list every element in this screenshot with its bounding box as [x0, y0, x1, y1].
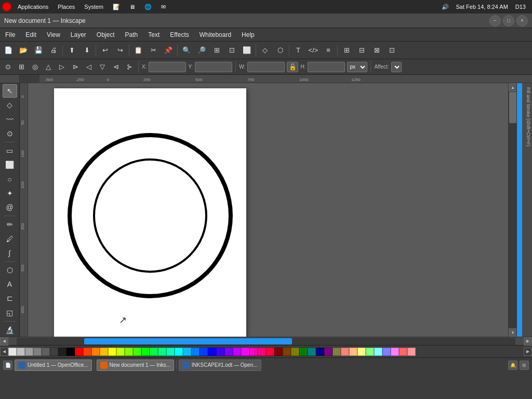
- color-swatch[interactable]: [125, 348, 133, 356]
- mail-btn[interactable]: ✉: [157, 3, 170, 11]
- spiral-tool-btn[interactable]: @: [3, 201, 17, 214]
- color-swatch[interactable]: [66, 348, 75, 356]
- horizontal-scrollbar[interactable]: ◀ ▶: [0, 337, 532, 345]
- dropper-tool-btn[interactable]: 🔬: [3, 323, 17, 337]
- drawing-canvas[interactable]: [54, 88, 246, 337]
- color-swatch[interactable]: [141, 348, 150, 356]
- color-swatch[interactable]: [283, 348, 291, 356]
- menu-text[interactable]: Text: [143, 30, 165, 39]
- color-swatch[interactable]: [399, 348, 407, 356]
- paste-btn[interactable]: 📌: [161, 43, 176, 58]
- color-swatch[interactable]: [224, 348, 233, 356]
- ellipse-tool-btn[interactable]: ○: [3, 172, 17, 185]
- color-swatch[interactable]: [357, 348, 366, 356]
- color-swatch[interactable]: [299, 348, 308, 356]
- node-tool-btn[interactable]: ◇: [3, 98, 17, 112]
- color-swatch[interactable]: [91, 348, 100, 356]
- node-edit-btn[interactable]: ◇: [258, 43, 272, 58]
- color-swatch[interactable]: [208, 348, 216, 356]
- select-all-btn[interactable]: ⬡: [273, 43, 287, 58]
- palette-scroll-right[interactable]: ▶: [524, 348, 532, 356]
- redo-btn[interactable]: ↪: [113, 43, 127, 58]
- snap-btn7[interactable]: ◁: [83, 61, 95, 73]
- color-swatch[interactable]: [266, 348, 274, 356]
- file-manager-btn[interactable]: 📝: [109, 3, 124, 11]
- bucket-tool-btn[interactable]: ⬡: [3, 263, 17, 277]
- color-swatch[interactable]: [42, 348, 50, 356]
- terminal-btn[interactable]: 🖥: [125, 3, 139, 11]
- tb-extra4[interactable]: ⊡: [384, 43, 399, 58]
- save-btn[interactable]: 💾: [31, 43, 46, 58]
- color-swatch[interactable]: [17, 348, 25, 356]
- color-swatch[interactable]: [100, 348, 108, 356]
- scroll-right-btn[interactable]: ▶: [524, 337, 532, 345]
- h-input[interactable]: 489.180: [308, 62, 345, 72]
- color-swatch[interactable]: [324, 348, 332, 356]
- color-swatch[interactable]: [108, 348, 116, 356]
- snap-btn2[interactable]: ⊞: [16, 61, 27, 73]
- zoom-fit-btn[interactable]: ⊞: [209, 43, 224, 58]
- color-swatch[interactable]: [216, 348, 224, 356]
- system-menu[interactable]: System: [80, 3, 108, 11]
- color-swatch[interactable]: [382, 348, 391, 356]
- palette-scroll-left[interactable]: ◀: [0, 348, 8, 356]
- snap-btn4[interactable]: △: [43, 61, 54, 73]
- menu-whiteboard[interactable]: Whiteboard: [194, 30, 236, 39]
- taskbar-inkscape[interactable]: New document 1 — Inks...: [97, 360, 174, 371]
- color-swatch[interactable]: [158, 348, 166, 356]
- color-swatch[interactable]: [83, 348, 91, 356]
- color-swatch[interactable]: [75, 348, 83, 356]
- hscroll-thumb[interactable]: [84, 338, 292, 344]
- notification-btn[interactable]: 🔔: [508, 361, 517, 370]
- text-tool-tb[interactable]: T: [291, 43, 305, 58]
- menu-object[interactable]: Object: [91, 30, 120, 39]
- minimize-button[interactable]: −: [489, 15, 501, 26]
- unit-select[interactable]: pxmmcmin: [347, 62, 367, 72]
- scroll-down-btn[interactable]: ▼: [509, 328, 517, 337]
- zoom-page-btn[interactable]: ⬜: [240, 43, 254, 58]
- tb-extra1[interactable]: ⊞: [339, 43, 354, 58]
- menu-help[interactable]: Help: [236, 30, 260, 39]
- snap-btn9[interactable]: ⊲: [110, 61, 122, 73]
- new-btn[interactable]: 📄: [1, 43, 16, 58]
- color-swatch[interactable]: [291, 348, 299, 356]
- menu-view[interactable]: View: [42, 30, 65, 39]
- tb-extra3[interactable]: ⊠: [369, 43, 384, 58]
- volume-icon[interactable]: 🔊: [440, 3, 451, 11]
- color-swatch[interactable]: [407, 348, 416, 356]
- cut-btn[interactable]: ✂: [146, 43, 161, 58]
- color-swatch[interactable]: [50, 348, 58, 356]
- close-button[interactable]: ×: [516, 15, 528, 26]
- menu-edit[interactable]: Edit: [20, 30, 42, 39]
- snap-btn5[interactable]: ▷: [56, 61, 68, 73]
- menu-path[interactable]: Path: [120, 30, 143, 39]
- color-swatch[interactable]: [274, 348, 283, 356]
- menu-layer[interactable]: Layer: [65, 30, 91, 39]
- zoom-tool-btn[interactable]: ⊙: [3, 127, 17, 140]
- select-tool-btn[interactable]: ↖: [3, 84, 17, 98]
- color-swatch[interactable]: [166, 348, 175, 356]
- applications-menu[interactable]: Applications: [14, 3, 52, 11]
- pencil-tool-btn[interactable]: ✏: [3, 218, 17, 231]
- scroll-track-v[interactable]: [509, 91, 516, 328]
- color-swatch[interactable]: [308, 348, 316, 356]
- maximize-button[interactable]: □: [503, 15, 514, 26]
- color-swatch[interactable]: [391, 348, 399, 356]
- browser-btn[interactable]: 🌐: [140, 3, 156, 11]
- zoom-draw-btn[interactable]: ⊡: [224, 43, 239, 58]
- color-swatch[interactable]: [341, 348, 349, 356]
- color-swatch[interactable]: [374, 348, 382, 356]
- y-input[interactable]: 306.410: [195, 62, 232, 72]
- tb-extra2[interactable]: ⊟: [354, 43, 369, 58]
- pen-tool-btn[interactable]: 🖊: [3, 232, 17, 245]
- scroll-thumb-v[interactable]: [509, 92, 516, 123]
- color-swatch[interactable]: [150, 348, 158, 356]
- affect-select[interactable]: ▼: [391, 62, 402, 72]
- color-swatch[interactable]: [116, 348, 125, 356]
- x-input[interactable]: 138.410: [149, 62, 186, 72]
- scroll-left-btn[interactable]: ◀: [0, 337, 8, 345]
- color-swatch[interactable]: [249, 348, 258, 356]
- color-swatch[interactable]: [191, 348, 200, 356]
- color-swatch[interactable]: [25, 348, 33, 356]
- star-tool-btn[interactable]: ✦: [3, 187, 17, 200]
